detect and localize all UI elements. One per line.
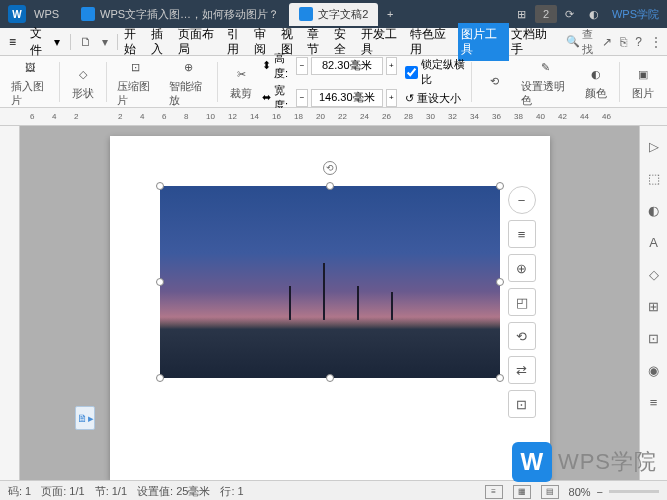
compress-icon: ⊡ bbox=[123, 55, 149, 79]
help-icon[interactable]: ? bbox=[635, 35, 642, 49]
side-select-icon[interactable]: ▷ bbox=[644, 136, 664, 156]
tab-doc2-active[interactable]: 文字文稿2 bbox=[289, 3, 378, 26]
side-contrast-icon[interactable]: ◐ bbox=[644, 200, 664, 220]
side-list-icon[interactable]: ≡ bbox=[644, 392, 664, 412]
side-box-icon[interactable]: ⬚ bbox=[644, 168, 664, 188]
hamburger-icon[interactable]: ≡ bbox=[5, 35, 20, 49]
canvas[interactable]: 🗎▸ ⟲ − ≡ ⊕ bbox=[20, 126, 639, 480]
workspace: 🗎▸ ⟲ − ≡ ⊕ bbox=[0, 126, 667, 480]
resize-handle-mr[interactable] bbox=[496, 278, 504, 286]
color-button[interactable]: ◐ 颜色 bbox=[577, 62, 615, 101]
rotate-button[interactable]: ⟲ bbox=[475, 69, 513, 94]
float-crop-button[interactable]: ◰ bbox=[508, 288, 536, 316]
view-mode-2[interactable]: ▦ bbox=[513, 485, 531, 499]
doc-tag[interactable]: 🗎▸ bbox=[75, 406, 95, 430]
width-dec[interactable]: − bbox=[296, 89, 307, 107]
resize-handle-bl[interactable] bbox=[156, 374, 164, 382]
ruler-horizontal: 6422468101214161820222426283032343638404… bbox=[0, 108, 667, 126]
tab-special[interactable]: 特色应用 bbox=[408, 24, 457, 60]
side-target-icon[interactable]: ◉ bbox=[644, 360, 664, 380]
crop-icon: ✂ bbox=[228, 62, 254, 86]
smart-zoom-button[interactable]: ⊕ 智能缩放 bbox=[163, 55, 213, 108]
float-zoom-button[interactable]: ⊕ bbox=[508, 254, 536, 282]
tab-reference[interactable]: 引用 bbox=[225, 24, 252, 60]
reset-size-button[interactable]: ↺ 重设大小 bbox=[405, 91, 467, 106]
status-line: 行: 1 bbox=[220, 484, 243, 499]
resize-handle-ml[interactable] bbox=[156, 278, 164, 286]
resize-handle-bm[interactable] bbox=[326, 374, 334, 382]
export-icon[interactable]: ⎘ bbox=[620, 35, 627, 49]
resize-handle-tl[interactable] bbox=[156, 182, 164, 190]
ribbon: 🖼 插入图片 ◇ 形状 ⊡ 压缩图片 ⊕ 智能缩放 ✂ 裁剪 ⬍ 高度: − +… bbox=[0, 56, 667, 108]
width-inc[interactable]: + bbox=[386, 89, 397, 107]
add-tab-button[interactable]: + bbox=[379, 5, 401, 23]
rotate-icon: ⟲ bbox=[481, 69, 507, 93]
resize-handle-tm[interactable] bbox=[326, 182, 334, 190]
compress-button[interactable]: ⊡ 压缩图片 bbox=[111, 55, 161, 108]
zoom-out-button[interactable]: − bbox=[597, 486, 603, 498]
tab-label: WPS文字插入图…，如何移动图片？ bbox=[100, 7, 279, 22]
picture-style-button[interactable]: ▣ 图片 bbox=[624, 62, 662, 101]
width-icon: ⬌ bbox=[262, 91, 271, 104]
shapes-button[interactable]: ◇ 形状 bbox=[64, 62, 102, 101]
side-object-icon[interactable]: ⊡ bbox=[644, 328, 664, 348]
tab-doc1[interactable]: WPS文字插入图…，如何移动图片？ bbox=[71, 3, 289, 26]
crop-button[interactable]: ✂ 裁剪 bbox=[222, 62, 260, 101]
side-text-icon[interactable]: A bbox=[644, 232, 664, 252]
status-page[interactable]: 页面: 1/1 bbox=[41, 484, 84, 499]
statusbar: 码: 1 页面: 1/1 节: 1/1 设置值: 25毫米 行: 1 ≡ ▦ ▤… bbox=[0, 480, 667, 500]
lock-ratio-checkbox[interactable]: 锁定纵横比 bbox=[405, 57, 467, 87]
rotate-handle[interactable]: ⟲ bbox=[323, 161, 337, 175]
zoom-slider[interactable] bbox=[609, 490, 659, 493]
user-icon[interactable]: ◐ bbox=[583, 5, 605, 23]
status-page-code: 码: 1 bbox=[8, 484, 31, 499]
float-more-button[interactable]: ⊡ bbox=[508, 390, 536, 418]
float-replace-button[interactable]: ⇄ bbox=[508, 356, 536, 384]
width-input[interactable] bbox=[311, 89, 383, 107]
float-rotate-button[interactable]: ⟲ bbox=[508, 322, 536, 350]
height-inc[interactable]: + bbox=[386, 57, 397, 75]
reset-icon: ↺ bbox=[405, 92, 414, 105]
watermark-logo: W bbox=[512, 442, 552, 482]
watermark-text: WPS学院 bbox=[558, 447, 657, 477]
badge-count[interactable]: 2 bbox=[535, 5, 557, 23]
doc-icon bbox=[299, 7, 313, 21]
print-icon[interactable]: ▾ bbox=[102, 35, 108, 49]
eyedropper-icon: ✎ bbox=[532, 55, 558, 79]
zoom-icon: ⊕ bbox=[175, 55, 201, 79]
more-icon[interactable]: ⋮ bbox=[650, 35, 662, 49]
search-button[interactable]: 🔍 查找 bbox=[566, 27, 602, 57]
sync-icon[interactable]: ⟳ bbox=[559, 5, 581, 23]
float-collapse-button[interactable]: − bbox=[508, 186, 536, 214]
float-layout-button[interactable]: ≡ bbox=[508, 220, 536, 248]
save-icon[interactable]: 🗋 bbox=[80, 35, 92, 49]
resize-handle-tr[interactable] bbox=[496, 182, 504, 190]
ruler-vertical bbox=[0, 126, 20, 480]
doc-icon bbox=[81, 7, 95, 21]
grid-icon[interactable]: ⊞ bbox=[511, 5, 533, 23]
resize-handle-br[interactable] bbox=[496, 374, 504, 382]
app-logo: W bbox=[8, 5, 26, 23]
wps-academy-link[interactable]: WPS学院 bbox=[612, 7, 659, 22]
insert-picture-button[interactable]: 🖼 插入图片 bbox=[5, 55, 55, 108]
side-panel: ▷ ⬚ ◐ A ◇ ⊞ ⊡ ◉ ≡ bbox=[639, 126, 667, 480]
image-float-toolbar: − ≡ ⊕ ◰ ⟲ ⇄ ⊡ bbox=[508, 186, 538, 418]
height-dec[interactable]: − bbox=[296, 57, 307, 75]
document-page[interactable]: ⟲ − ≡ ⊕ ◰ ⟲ bbox=[110, 136, 550, 480]
picture-style-icon: ▣ bbox=[630, 62, 656, 86]
selected-image[interactable]: ⟲ − ≡ ⊕ ◰ ⟲ bbox=[160, 186, 500, 378]
color-icon: ◐ bbox=[583, 62, 609, 86]
image-content bbox=[160, 186, 500, 378]
side-shape-icon[interactable]: ◇ bbox=[644, 264, 664, 284]
share-icon[interactable]: ↗ bbox=[602, 35, 612, 49]
watermark: W WPS学院 bbox=[512, 442, 657, 482]
transparent-color-button[interactable]: ✎ 设置透明色 bbox=[515, 55, 575, 108]
shapes-icon: ◇ bbox=[70, 62, 96, 86]
zoom-level[interactable]: 80% bbox=[569, 486, 591, 498]
view-mode-3[interactable]: ▤ bbox=[541, 485, 559, 499]
side-grid-icon[interactable]: ⊞ bbox=[644, 296, 664, 316]
tab-picture-tools[interactable]: 图片工具 bbox=[458, 23, 509, 61]
height-input[interactable] bbox=[311, 57, 383, 75]
view-mode-1[interactable]: ≡ bbox=[485, 485, 503, 499]
lock-checkbox[interactable] bbox=[405, 66, 418, 79]
